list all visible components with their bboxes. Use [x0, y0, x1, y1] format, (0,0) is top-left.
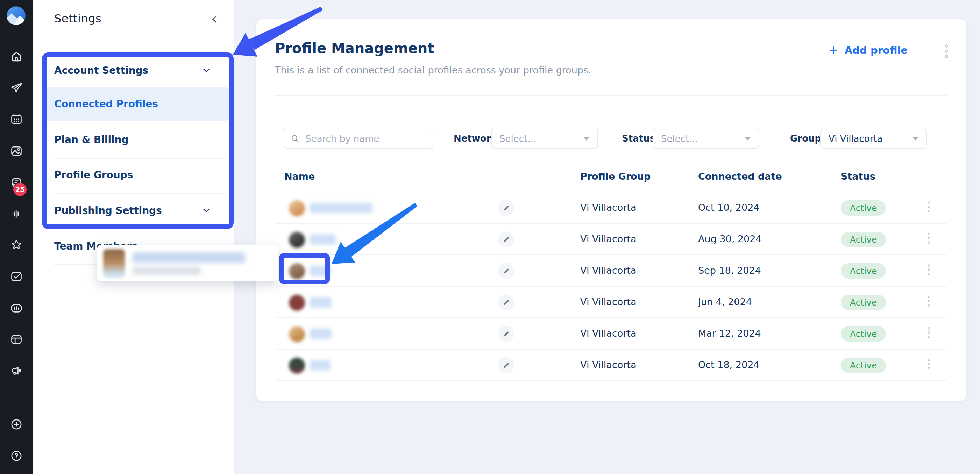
row-kebab-menu[interactable]	[928, 201, 930, 212]
status-badge: Active	[841, 200, 886, 216]
redacted-profile-name	[310, 360, 330, 371]
calendar-icon[interactable]	[10, 112, 24, 126]
column-header-name: Name	[284, 171, 315, 182]
reports-icon[interactable]	[10, 301, 24, 315]
status-filter-label: Status	[622, 133, 655, 144]
sidebar-divider	[54, 193, 226, 194]
add-circle-icon[interactable]	[10, 417, 24, 431]
row-kebab-menu[interactable]	[928, 296, 930, 307]
status-select-value: Select...	[661, 133, 698, 144]
vista-social-logo[interactable]	[6, 5, 27, 25]
connected-date-cell: Jun 4, 2024	[698, 296, 752, 307]
status-badge: Active	[841, 326, 886, 341]
header-divider	[275, 95, 947, 96]
sidebar-item-label: Profile Groups	[54, 169, 133, 181]
status-select[interactable]: Select...	[652, 128, 759, 149]
column-header-group: Profile Group	[580, 171, 651, 182]
caret-down-icon	[745, 137, 751, 141]
avatar	[289, 200, 305, 216]
table-row[interactable]: Vi Villacorta Aug 30, 2024 Active	[276, 224, 947, 255]
search-icon	[290, 134, 300, 143]
edit-profile-button[interactable]	[498, 294, 514, 311]
avatar	[289, 358, 305, 374]
caret-down-icon	[583, 137, 590, 141]
connected-date-cell: Aug 30, 2024	[698, 233, 762, 244]
profile-group-cell: Vi Villacorta	[580, 233, 636, 244]
row-kebab-menu[interactable]	[928, 233, 930, 244]
row-kebab-menu[interactable]	[928, 264, 930, 275]
sidebar-item-label: Connected Profiles	[54, 98, 158, 110]
sidebar-item-label: Account Settings	[54, 65, 148, 76]
sidebar-item-label: Publishing Settings	[54, 205, 162, 216]
chevron-down-icon	[201, 65, 212, 76]
sidebar-item-connected-profiles[interactable]: Connected Profiles	[46, 87, 229, 120]
connected-date-cell: Sep 18, 2024	[698, 265, 761, 276]
help-circle-icon[interactable]	[10, 449, 24, 463]
sidebar-divider	[54, 158, 226, 159]
chevron-down-icon	[201, 205, 212, 216]
table-row[interactable]: Vi Villacorta Sep 18, 2024 Active	[276, 255, 947, 287]
profile-management-card: Profile Management This is a list of con…	[256, 19, 966, 401]
group-select-value: Vi Villacorta	[829, 133, 883, 144]
pencil-icon	[502, 361, 510, 369]
reviews-star-icon[interactable]	[10, 238, 24, 252]
edit-profile-button[interactable]	[498, 263, 514, 279]
page-title: Profile Management	[275, 40, 434, 56]
chevron-left-icon	[209, 13, 221, 25]
network-select-value: Select...	[500, 133, 536, 144]
column-header-date: Connected date	[698, 171, 782, 182]
avatar	[289, 326, 305, 342]
row-kebab-menu[interactable]	[928, 359, 930, 369]
sidebar-item-profile-groups[interactable]: Profile Groups	[46, 159, 229, 190]
connected-date-cell: Mar 12, 2024	[698, 328, 761, 339]
connected-date-cell: Oct 18, 2024	[698, 359, 760, 370]
redacted-profile-name	[310, 297, 332, 308]
row-kebab-menu[interactable]	[928, 327, 930, 338]
plus-icon	[828, 45, 839, 56]
table-row[interactable]: Vi Villacorta Oct 10, 2024 Active	[276, 192, 947, 224]
redacted-profile-name	[310, 203, 372, 213]
page-subtitle: This is a list of connected social profi…	[275, 65, 592, 76]
caret-down-icon	[912, 137, 918, 141]
sidebar-item-publishing-settings[interactable]: Publishing Settings	[46, 195, 229, 226]
pencil-icon	[502, 235, 510, 244]
send-icon[interactable]	[10, 81, 24, 95]
sidebar-collapse-button[interactable]	[209, 13, 221, 25]
search-input[interactable]	[305, 133, 420, 144]
add-profile-label: Add profile	[845, 44, 908, 56]
sidebar-item-account-settings[interactable]: Account Settings	[46, 55, 229, 86]
redacted-profile-name	[310, 266, 330, 276]
profile-group-cell: Vi Villacorta	[580, 265, 636, 276]
edit-profile-button[interactable]	[498, 326, 514, 342]
status-badge: Active	[841, 358, 886, 373]
profiles-table: Name Profile Group Connected date Status…	[276, 166, 947, 385]
tasks-icon[interactable]	[10, 269, 24, 284]
profile-group-cell: Vi Villacorta	[580, 296, 636, 307]
sidebar-item-plan-billing[interactable]: Plan & Billing	[46, 124, 229, 155]
connected-date-cell: Oct 10, 2024	[698, 202, 760, 213]
advocacy-icon[interactable]	[10, 364, 24, 378]
profile-hover-card	[97, 246, 278, 281]
pencil-icon	[502, 298, 510, 307]
listening-icon[interactable]	[10, 207, 24, 221]
pencil-icon	[502, 204, 510, 212]
group-select[interactable]: Vi Villacorta	[820, 128, 927, 149]
home-icon[interactable]	[10, 50, 24, 63]
edit-profile-button[interactable]	[498, 200, 514, 216]
table-row[interactable]: Vi Villacorta Oct 18, 2024 Active	[276, 350, 947, 381]
sidebar-title: Settings	[54, 12, 102, 25]
add-profile-button[interactable]: Add profile	[828, 44, 908, 56]
edit-profile-button[interactable]	[498, 231, 514, 247]
boards-icon[interactable]	[10, 333, 24, 346]
media-icon[interactable]	[10, 144, 24, 158]
header-kebab-menu[interactable]	[945, 44, 948, 58]
edit-profile-button[interactable]	[498, 357, 514, 373]
redacted-profile-name	[310, 234, 336, 245]
table-row[interactable]: Vi Villacorta Jun 4, 2024 Active	[276, 287, 947, 318]
avatar	[103, 249, 125, 277]
network-select[interactable]: Select...	[491, 128, 598, 149]
table-row[interactable]: Vi Villacorta Mar 12, 2024 Active	[276, 318, 947, 350]
pencil-icon	[502, 267, 510, 275]
redacted-profile-name	[310, 328, 332, 339]
avatar	[289, 295, 305, 311]
